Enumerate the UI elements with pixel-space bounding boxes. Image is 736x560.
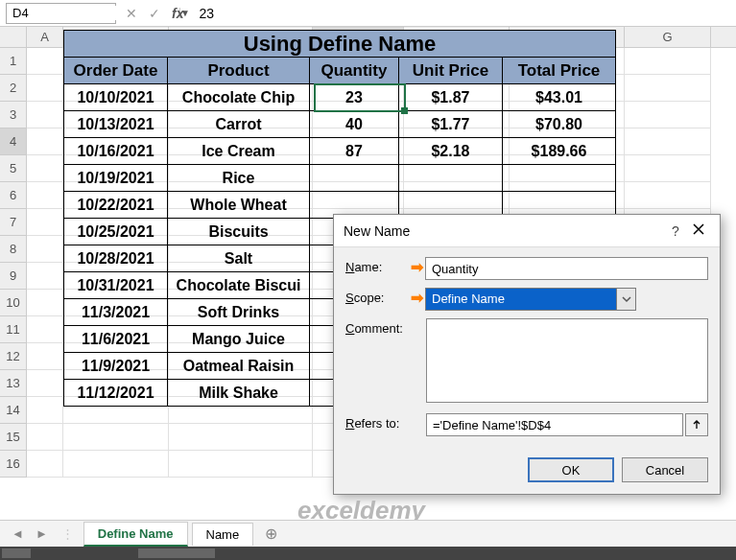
table-cell[interactable]: Oatmeal Raisin bbox=[168, 353, 310, 380]
cell[interactable] bbox=[625, 155, 711, 182]
table-cell[interactable]: Chocolate Chip bbox=[168, 84, 310, 111]
row-header-5[interactable]: 5 bbox=[0, 155, 27, 182]
cell[interactable] bbox=[169, 451, 313, 478]
cell[interactable] bbox=[27, 48, 63, 75]
sheet-tab-define-name[interactable]: Define Name bbox=[83, 522, 188, 547]
row-header-4[interactable]: 4 bbox=[0, 128, 27, 155]
table-cell[interactable]: Ice Cream bbox=[168, 138, 310, 165]
cell[interactable] bbox=[27, 316, 63, 343]
cell[interactable] bbox=[625, 48, 711, 75]
row-header-2[interactable]: 2 bbox=[0, 75, 27, 102]
table-cell[interactable]: 11/6/2021 bbox=[64, 326, 168, 353]
cell[interactable] bbox=[27, 397, 63, 424]
row-header-10[interactable]: 10 bbox=[0, 290, 27, 316]
table-cell[interactable]: Mango Juice bbox=[168, 326, 310, 353]
table-cell[interactable]: $189.66 bbox=[503, 138, 616, 165]
cancel-button[interactable]: Cancel bbox=[622, 457, 708, 482]
cell[interactable] bbox=[63, 424, 169, 451]
cell[interactable] bbox=[27, 128, 63, 155]
cell[interactable] bbox=[625, 75, 711, 102]
table-cell[interactable]: 10/13/2021 bbox=[64, 111, 168, 138]
accept-icon[interactable]: ✓ bbox=[149, 6, 160, 21]
select-all-corner[interactable] bbox=[0, 27, 27, 47]
cell[interactable] bbox=[625, 128, 711, 155]
table-cell[interactable]: 10/19/2021 bbox=[64, 165, 168, 192]
name-box[interactable]: ▼ bbox=[6, 3, 116, 24]
refers-to-input[interactable] bbox=[426, 413, 683, 436]
row-header-8[interactable]: 8 bbox=[0, 236, 27, 263]
row-header-7[interactable]: 7 bbox=[0, 209, 27, 236]
table-cell[interactable]: 11/3/2021 bbox=[64, 299, 168, 326]
col-header-G[interactable]: G bbox=[625, 27, 711, 47]
cell[interactable] bbox=[27, 424, 63, 451]
table-cell[interactable]: 10/31/2021 bbox=[64, 272, 168, 299]
table-cell[interactable]: 10/10/2021 bbox=[64, 84, 168, 111]
cell[interactable] bbox=[625, 182, 711, 209]
cell[interactable] bbox=[27, 263, 63, 290]
table-cell[interactable]: 11/9/2021 bbox=[64, 353, 168, 380]
close-icon[interactable] bbox=[687, 223, 710, 238]
table-cell[interactable]: Whole Wheat bbox=[168, 192, 310, 219]
cell[interactable] bbox=[27, 155, 63, 182]
cell[interactable] bbox=[27, 75, 63, 102]
table-cell[interactable] bbox=[503, 165, 616, 192]
fx-icon[interactable]: fx bbox=[172, 6, 183, 21]
table-cell[interactable]: Soft Drinks bbox=[168, 299, 310, 326]
table-cell[interactable]: Biscuits bbox=[168, 219, 310, 245]
cell[interactable] bbox=[27, 451, 63, 478]
table-cell[interactable]: $2.18 bbox=[399, 138, 503, 165]
table-cell[interactable]: $1.87 bbox=[399, 84, 503, 111]
row-header-13[interactable]: 13 bbox=[0, 370, 27, 397]
table-cell[interactable] bbox=[399, 165, 503, 192]
table-cell[interactable]: Chocolate Biscui bbox=[168, 272, 310, 299]
tab-nav-prev-icon[interactable]: ◄ bbox=[8, 526, 28, 541]
cell[interactable] bbox=[27, 102, 63, 128]
table-cell[interactable]: 10/28/2021 bbox=[64, 245, 168, 272]
table-cell[interactable]: Salt bbox=[168, 245, 310, 272]
cell[interactable] bbox=[27, 182, 63, 209]
table-cell[interactable]: 10/25/2021 bbox=[64, 219, 168, 245]
collapse-dialog-icon[interactable] bbox=[685, 413, 708, 436]
cell[interactable] bbox=[27, 343, 63, 370]
cell[interactable] bbox=[27, 209, 63, 236]
cell[interactable] bbox=[27, 370, 63, 397]
row-header-6[interactable]: 6 bbox=[0, 182, 27, 209]
scope-dropdown-icon[interactable] bbox=[617, 288, 636, 311]
cell[interactable] bbox=[625, 102, 711, 128]
help-icon[interactable]: ? bbox=[664, 223, 687, 239]
ok-button[interactable]: OK bbox=[528, 457, 614, 482]
table-cell[interactable]: 10/16/2021 bbox=[64, 138, 168, 165]
table-cell[interactable]: 23 bbox=[310, 84, 399, 111]
row-header-9[interactable]: 9 bbox=[0, 263, 27, 290]
new-sheet-icon[interactable]: ⊕ bbox=[257, 525, 285, 543]
name-input[interactable] bbox=[425, 257, 708, 280]
row-header-3[interactable]: 3 bbox=[0, 102, 27, 128]
table-cell[interactable]: Milk Shake bbox=[168, 380, 310, 407]
cancel-icon[interactable]: ✕ bbox=[126, 6, 137, 21]
table-cell[interactable]: Rice bbox=[168, 165, 310, 192]
col-header-A[interactable]: A bbox=[27, 27, 63, 47]
table-cell[interactable]: 40 bbox=[310, 111, 399, 138]
formula-input[interactable] bbox=[193, 6, 736, 21]
cell[interactable] bbox=[27, 290, 63, 316]
row-header-11[interactable]: 11 bbox=[0, 316, 27, 343]
row-header-14[interactable]: 14 bbox=[0, 397, 27, 424]
row-header-15[interactable]: 15 bbox=[0, 424, 27, 451]
table-cell[interactable]: $43.01 bbox=[503, 84, 616, 111]
table-cell[interactable]: 87 bbox=[310, 138, 399, 165]
scope-select[interactable]: Define Name bbox=[425, 288, 617, 311]
comment-textarea[interactable] bbox=[426, 318, 708, 403]
sheet-tab-name[interactable]: Name bbox=[192, 523, 254, 546]
row-header-16[interactable]: 16 bbox=[0, 451, 27, 478]
table-cell[interactable]: Carrot bbox=[168, 111, 310, 138]
table-cell[interactable]: 11/12/2021 bbox=[64, 380, 168, 407]
table-cell[interactable]: 10/22/2021 bbox=[64, 192, 168, 219]
table-cell[interactable] bbox=[310, 165, 399, 192]
tab-nav-next-icon[interactable]: ► bbox=[32, 526, 52, 541]
cell[interactable] bbox=[169, 424, 313, 451]
table-cell[interactable]: $1.77 bbox=[399, 111, 503, 138]
row-header-1[interactable]: 1 bbox=[0, 48, 27, 75]
table-cell[interactable]: $70.80 bbox=[503, 111, 616, 138]
row-header-12[interactable]: 12 bbox=[0, 343, 27, 370]
cell[interactable] bbox=[63, 451, 169, 478]
